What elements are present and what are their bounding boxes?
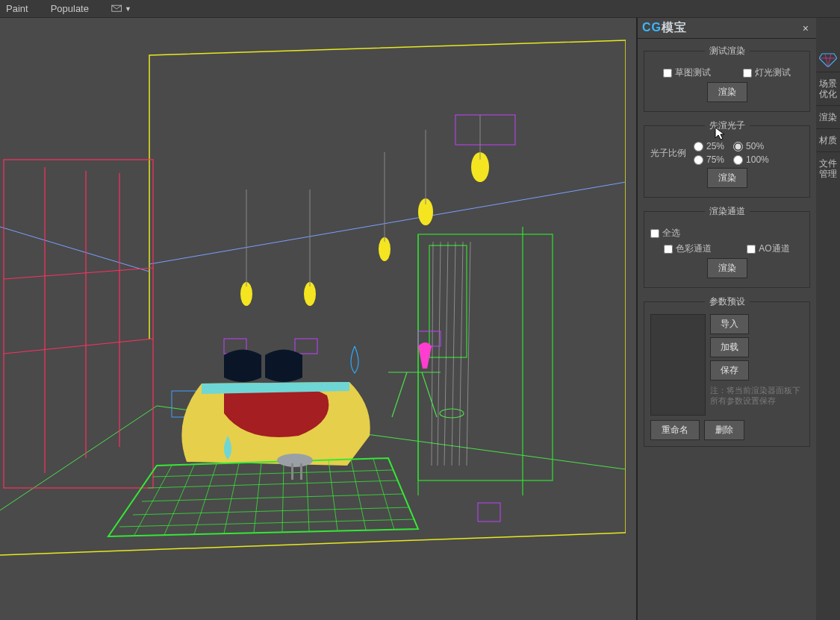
svg-rect-60 [300,463,302,480]
svg-line-4 [0,227,149,272]
svg-line-17 [432,242,433,466]
svg-point-31 [418,198,433,225]
preset-listbox[interactable] [650,314,706,416]
right-tab-strip: 场景优化 渲染 材质 文件管理 [816,18,840,620]
group-photon: 先渲光子 光子比例 25% 50% 75% 100% 渲染 [644,119,810,198]
svg-line-47 [351,460,366,530]
svg-rect-28 [172,391,209,417]
group-preset: 参数预设 导入 加载 保存 注：将当前渲染器面板下所有参数设置保存 重命名 删除 [644,295,810,447]
group-title: 渲染通道 [705,205,750,218]
menu-populate[interactable]: Populate [51,3,89,14]
svg-rect-59 [291,463,293,480]
preset-note: 注：将当前渲染器面板下所有参数设置保存 [710,385,803,406]
svg-point-57 [440,409,464,418]
btn-import[interactable]: 导入 [710,314,749,334]
svg-rect-7 [4,160,153,488]
group-channels: 渲染通道 全选 色彩通道 AO通道 渲染 [644,205,810,288]
radio-50[interactable]: 50% [733,141,769,151]
svg-rect-16 [429,245,467,357]
svg-line-3 [149,182,626,264]
svg-line-41 [194,464,217,534]
envelope-dropdown[interactable]: ▼ [111,4,131,13]
menu-paint[interactable]: Paint [6,3,28,14]
svg-line-44 [282,462,284,532]
svg-point-35 [304,282,316,306]
svg-line-52 [133,507,409,515]
svg-line-40 [164,465,194,535]
svg-point-33 [379,237,391,261]
diamond-icon[interactable] [816,48,840,72]
tab-material[interactable]: 材质 [816,128,840,151]
chk-color-channel[interactable]: 色彩通道 [664,242,712,255]
group-test-render: 测试渲染 草图测试 灯光测试 渲染 [644,45,810,112]
tab-render[interactable]: 渲染 [816,105,840,128]
radio-25[interactable]: 25% [694,141,724,151]
svg-line-46 [329,460,337,530]
tab-file-mgmt[interactable]: 文件管理 [816,151,840,185]
photon-ratio-label: 光子比例 [650,147,686,160]
brand-logo: CG模宝 [642,20,687,36]
svg-rect-26 [455,115,515,145]
btn-load[interactable]: 加载 [710,337,749,357]
svg-line-2 [0,533,626,555]
btn-save[interactable]: 保存 [710,360,749,381]
group-title: 参数预设 [705,295,750,308]
svg-line-11 [4,268,153,279]
svg-line-21 [459,242,463,466]
svg-rect-24 [295,339,317,354]
chk-ao-channel[interactable]: AO通道 [747,242,789,255]
svg-line-42 [224,463,239,533]
3d-viewport[interactable] [0,18,637,620]
btn-delete[interactable]: 删除 [704,420,744,440]
btn-rename[interactable]: 重命名 [650,420,700,440]
chk-light-test[interactable]: 灯光测试 [743,66,791,79]
close-icon[interactable]: × [800,22,812,34]
btn-render-channel[interactable]: 渲染 [707,258,747,278]
svg-line-48 [373,459,394,530]
svg-line-12 [4,339,153,354]
radio-100[interactable]: 100% [733,154,769,165]
svg-line-51 [142,494,403,501]
wireframe-scene [0,18,626,620]
top-menu-bar: Paint Populate ▼ [0,0,840,18]
svg-line-50 [148,480,397,488]
svg-point-58 [277,454,313,467]
svg-line-43 [254,463,261,533]
svg-line-49 [153,470,393,477]
cg-plugin-panel: CG模宝 × 测试渲染 草图测试 灯光测试 渲染 先渲光子 光子比例 25% [637,18,816,620]
svg-line-18 [438,242,441,466]
svg-line-6 [157,406,626,469]
btn-render-photon[interactable]: 渲染 [707,168,747,188]
svg-line-56 [422,372,437,417]
svg-line-53 [119,519,415,527]
svg-line-19 [444,242,448,466]
svg-rect-13 [418,234,553,480]
svg-line-5 [0,406,157,510]
chk-draft-test[interactable]: 草图测试 [663,66,711,79]
svg-rect-23 [224,339,246,354]
chk-select-all[interactable]: 全选 [650,227,680,239]
svg-point-37 [240,282,252,306]
svg-line-45 [306,461,309,531]
group-title: 测试渲染 [705,45,750,57]
btn-render-test[interactable]: 渲染 [707,82,747,102]
svg-rect-25 [418,331,441,346]
radio-75[interactable]: 75% [694,154,724,165]
tab-scene-opt[interactable]: 场景优化 [816,72,840,105]
svg-point-29 [471,152,489,182]
group-title: 先渲光子 [705,119,750,132]
svg-line-39 [134,466,172,535]
svg-line-20 [452,242,455,466]
svg-line-55 [392,372,407,417]
svg-line-22 [467,242,470,466]
svg-rect-27 [478,503,500,522]
